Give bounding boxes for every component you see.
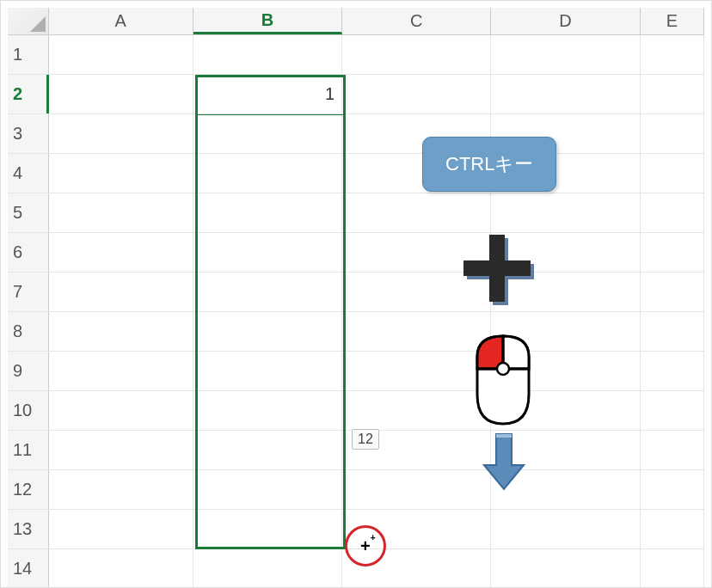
svg-rect-3 xyxy=(463,260,531,276)
row-13[interactable]: 13 xyxy=(8,510,704,549)
row-7[interactable]: 7 xyxy=(8,273,704,312)
ctrl-plus-indicator-icon: + xyxy=(371,534,376,542)
row-12[interactable]: 12 xyxy=(8,470,704,510)
column-header-row: A B C D E xyxy=(8,8,704,35)
row-14[interactable]: 14 xyxy=(8,549,704,588)
row-header-14[interactable]: 14 xyxy=(8,549,49,588)
row-1[interactable]: 1 xyxy=(8,35,704,75)
row-3[interactable]: 3 xyxy=(8,114,704,154)
row-header-5[interactable]: 5 xyxy=(8,193,49,232)
row-5[interactable]: 5 xyxy=(8,193,704,233)
row-header-8[interactable]: 8 xyxy=(8,312,49,351)
row-9[interactable]: 9 xyxy=(8,352,704,391)
down-arrow-icon xyxy=(482,432,525,496)
row-10[interactable]: 10 xyxy=(8,391,704,431)
row-header-13[interactable]: 13 xyxy=(8,510,49,548)
col-header-b[interactable]: B xyxy=(193,8,342,34)
row-header-10[interactable]: 10 xyxy=(8,391,49,430)
fill-tooltip: 12 xyxy=(352,429,379,450)
plus-icon xyxy=(460,231,537,312)
row-header-6[interactable]: 6 xyxy=(8,233,49,272)
col-header-e[interactable]: E xyxy=(641,8,704,34)
cell-b2[interactable]: 1 xyxy=(193,75,342,113)
row-2[interactable]: 2 1 xyxy=(8,75,704,114)
fill-handle-cursor-icon: + + xyxy=(360,537,371,554)
row-6[interactable]: 6 xyxy=(8,233,704,273)
row-header-1[interactable]: 1 xyxy=(8,35,49,74)
spreadsheet-grid[interactable]: A B C D E 1 2 1 3 4 5 6 7 8 9 xyxy=(8,8,704,580)
ctrl-key-label: CTRLキー xyxy=(422,137,556,192)
row-header-2[interactable]: 2 xyxy=(8,75,49,113)
mouse-icon xyxy=(467,333,539,431)
row-header-12[interactable]: 12 xyxy=(8,470,49,509)
row-header-3[interactable]: 3 xyxy=(8,114,49,153)
row-header-7[interactable]: 7 xyxy=(8,273,49,311)
row-header-11[interactable]: 11 xyxy=(8,431,49,469)
col-header-a[interactable]: A xyxy=(49,8,193,34)
active-cell-divider xyxy=(198,114,343,115)
col-header-d[interactable]: D xyxy=(491,8,640,34)
row-header-4[interactable]: 4 xyxy=(8,154,49,193)
row-4[interactable]: 4 xyxy=(8,154,704,193)
svg-point-6 xyxy=(497,363,509,375)
row-8[interactable]: 8 xyxy=(8,312,704,352)
col-header-c[interactable]: C xyxy=(342,8,491,34)
select-all-corner[interactable] xyxy=(8,8,49,34)
row-header-9[interactable]: 9 xyxy=(8,352,49,390)
